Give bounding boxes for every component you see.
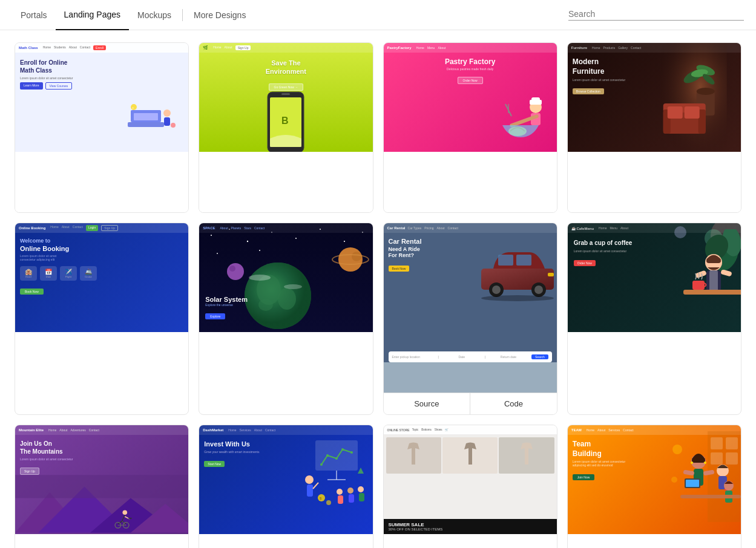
svg-rect-118 — [692, 458, 705, 463]
card-image-furniture: Furniture Home Products Gallery Contact … — [568, 43, 741, 152]
nav-portals[interactable]: Portals — [12, 0, 56, 30]
card-coffee[interactable]: ☕ CafeMenu Home Menu About Grab a cup of… — [567, 223, 741, 415]
svg-point-119 — [691, 462, 693, 464]
svg-point-94 — [335, 457, 338, 460]
svg-text:B: B — [281, 116, 289, 126]
card-solar-system[interactable]: SPACE About Planets Stars Contact — [199, 223, 373, 415]
svg-rect-125 — [686, 480, 699, 487]
card-grid: Math Class Home Students About Contact E… — [0, 30, 756, 548]
svg-rect-115 — [711, 452, 723, 465]
svg-point-60 — [492, 285, 501, 294]
card-image-store: ONLINE STORE Topic Bottoms Shoes 🛒 — [384, 425, 557, 534]
card-body-team — [568, 534, 741, 548]
svg-point-133 — [671, 477, 677, 483]
svg-rect-31 — [667, 106, 682, 119]
card-image-env: 🌿 Home About Sign Up Save TheEnvironment… — [199, 43, 372, 152]
svg-point-50 — [284, 284, 302, 289]
main-nav: Portals Landing Pages Mockups More Desig… — [0, 0, 756, 30]
svg-rect-74 — [692, 281, 705, 290]
svg-point-36 — [272, 232, 272, 232]
search-box — [568, 9, 744, 21]
svg-point-62 — [534, 285, 543, 294]
svg-point-35 — [247, 241, 248, 242]
svg-point-48 — [258, 299, 273, 311]
svg-point-95 — [341, 448, 344, 451]
svg-rect-80 — [15, 475, 188, 498]
svg-point-81 — [122, 510, 127, 515]
svg-rect-14 — [531, 97, 540, 101]
card-environment[interactable]: 🌿 Home About Sign Up Save TheEnvironment… — [199, 42, 373, 213]
card-body-pastry — [384, 152, 557, 212]
card-online-booking[interactable]: Online Booking Home About Contact Login … — [15, 223, 189, 415]
svg-rect-100 — [307, 484, 313, 497]
svg-point-64 — [481, 295, 554, 301]
svg-rect-69 — [706, 258, 721, 263]
svg-rect-20 — [660, 43, 726, 152]
svg-rect-71 — [709, 270, 718, 292]
svg-rect-114 — [726, 437, 738, 449]
card-body-mountains — [15, 534, 188, 548]
svg-rect-103 — [338, 495, 343, 504]
card-body-coffee — [568, 332, 741, 393]
card-pastry[interactable]: PastryFactory Home Menu About Pastry Fac… — [383, 42, 557, 213]
svg-point-37 — [295, 238, 297, 239]
card-team-building[interactable]: TEAM Home About Services Contact TeamBui… — [567, 425, 741, 548]
svg-point-96 — [350, 451, 353, 454]
nav-more-designs[interactable]: More Designs — [185, 0, 254, 30]
card-invest[interactable]: DashMarket Home Services About Contact I… — [199, 425, 373, 548]
svg-point-22 — [696, 88, 714, 95]
svg-rect-105 — [349, 494, 354, 503]
svg-rect-113 — [711, 437, 723, 449]
svg-point-38 — [320, 229, 321, 230]
svg-point-92 — [320, 463, 323, 466]
svg-rect-90 — [128, 518, 132, 519]
svg-rect-91 — [315, 440, 358, 471]
svg-point-93 — [326, 454, 329, 457]
card-image-team: TEAM Home About Services Contact TeamBui… — [568, 425, 741, 534]
svg-point-34 — [229, 229, 230, 230]
svg-rect-57 — [498, 255, 513, 266]
svg-rect-107 — [359, 493, 364, 501]
svg-rect-131 — [680, 495, 741, 498]
svg-point-54 — [227, 263, 244, 280]
svg-point-109 — [326, 500, 331, 505]
code-button[interactable]: Code — [470, 393, 557, 414]
svg-point-104 — [347, 488, 353, 494]
card-body-store — [384, 534, 557, 548]
card-body-env — [199, 152, 372, 212]
source-button[interactable]: Source — [384, 393, 471, 414]
card-furniture[interactable]: Furniture Home Products Gallery Contact … — [567, 42, 741, 213]
nav-landing-pages[interactable]: Landing Pages — [56, 0, 129, 30]
svg-rect-73 — [720, 269, 732, 276]
card-body-solar — [199, 332, 372, 393]
svg-rect-116 — [726, 452, 738, 465]
svg-point-49 — [249, 275, 271, 281]
svg-point-99 — [305, 475, 314, 484]
card-image-mountains: Mountain Elite Home About Adventures Con… — [15, 425, 188, 534]
svg-rect-63 — [548, 273, 554, 276]
svg-point-6 — [171, 123, 176, 128]
nav-divider — [182, 9, 183, 21]
svg-rect-4 — [164, 117, 170, 126]
search-input[interactable] — [568, 9, 744, 19]
card-image-math: Math Class Home Students About Contact E… — [15, 43, 188, 152]
card-image-booking: Online Booking Home About Contact Login … — [15, 223, 188, 332]
card-online-store[interactable]: ONLINE STORE Topic Bottoms Shoes 🛒 — [383, 425, 557, 548]
nav-mockups[interactable]: Mockups — [129, 0, 180, 30]
svg-rect-58 — [516, 255, 531, 266]
card-image-invest: DashMarket Home Services About Contact I… — [199, 425, 372, 534]
svg-point-39 — [344, 241, 345, 242]
card-car-rental[interactable]: Car Rental Car Types Pricing About Conta… — [383, 223, 557, 415]
svg-point-40 — [362, 232, 363, 233]
svg-point-120 — [704, 462, 706, 464]
svg-point-102 — [337, 489, 343, 495]
svg-point-41 — [217, 253, 218, 254]
card-image-car: Car Rental Car Types Pricing About Conta… — [384, 223, 557, 393]
card-math-class[interactable]: Math Class Home Students About Contact E… — [15, 42, 189, 213]
svg-rect-32 — [684, 106, 699, 119]
svg-point-42 — [259, 250, 260, 251]
svg-rect-72 — [695, 270, 707, 279]
svg-rect-75 — [683, 290, 741, 295]
card-mountains[interactable]: Mountain Elite Home About Adventures Con… — [15, 425, 189, 548]
card-image-pastry: PastryFactory Home Menu About Pastry Fac… — [384, 43, 557, 152]
